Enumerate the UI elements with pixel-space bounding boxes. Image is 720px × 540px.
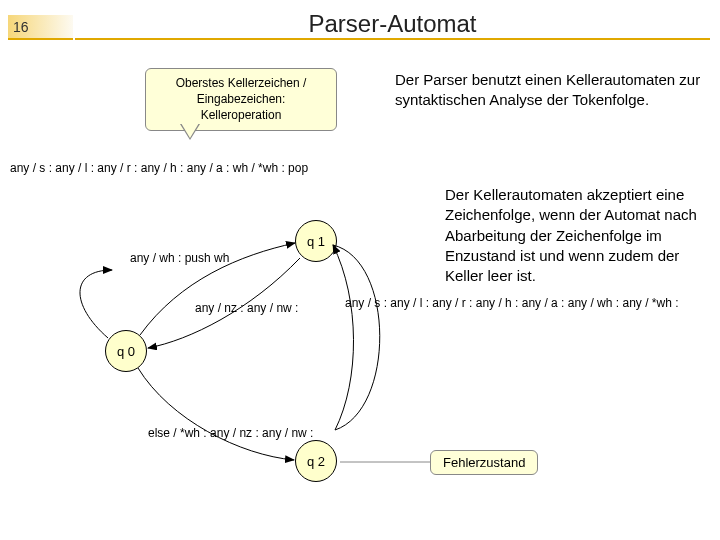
legend-callout: Oberstes Kellerzeichen / Eingabezeichen:… [145,68,337,131]
error-state-callout: Fehlerzustand [430,450,538,475]
error-state-label: Fehlerzustand [443,455,525,470]
state-q1: q 1 [295,220,337,262]
legend-line-2: Eingabezeichen: [156,91,326,107]
slide-title: Parser-Automat [75,10,710,40]
legend-line-3: Kelleroperation [156,107,326,123]
state-q0: q 0 [105,330,147,372]
transition-q0-q1-label: any / wh : push wh [130,250,229,266]
slide-number-bar: 16 [8,15,73,40]
legend-line-1: Oberstes Kellerzeichen / [156,75,326,91]
description-paragraph-2: Der Kellerautomaten akzeptiert eine Zeic… [445,185,715,286]
state-q0-label: q 0 [117,344,135,359]
slide-number: 16 [13,19,29,35]
state-q1-label: q 1 [307,234,325,249]
transition-q1-self-label: any / s : any / l : any / r : any / h : … [345,295,435,311]
legend-callout-tail [180,124,200,140]
transition-q1-q0-label: any / nz : any / nw : [195,300,298,316]
description-paragraph-1: Der Parser benutzt einen Kellerautomaten… [395,70,705,111]
transition-q0-self-label: any / s : any / l : any / r : any / h : … [10,160,120,176]
state-q2-label: q 2 [307,454,325,469]
transition-q0-q2-label: else / *wh : any / nz : any / nw : [148,425,313,441]
state-q2: q 2 [295,440,337,482]
